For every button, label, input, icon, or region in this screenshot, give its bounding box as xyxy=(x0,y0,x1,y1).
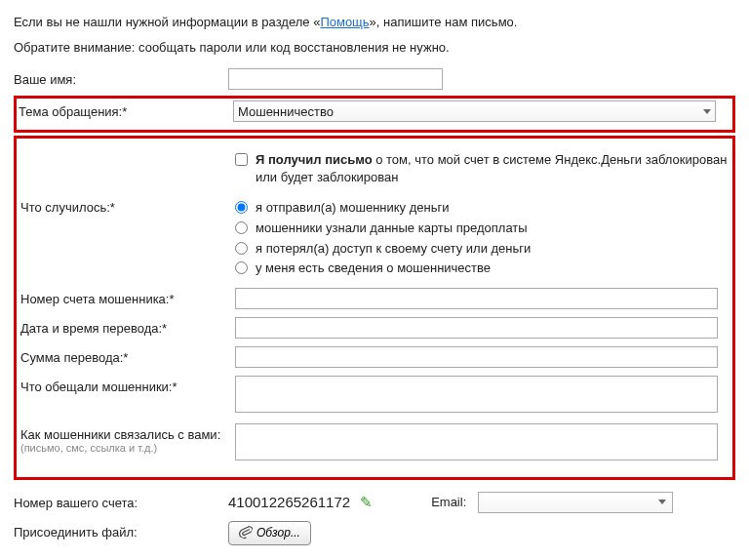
transfer-amount-input[interactable] xyxy=(235,346,718,368)
blocked-letter-checkbox[interactable] xyxy=(235,153,248,166)
label-attach: Присоединить файл: xyxy=(14,521,228,540)
radio-lost-access-label: я потерял(а) доступ к своему счету или д… xyxy=(256,240,531,258)
label-how-contacted: Как мошенники связались с вами: (письмо,… xyxy=(20,423,235,454)
label-email: Email: xyxy=(431,495,466,509)
radio-lost-access[interactable] xyxy=(235,242,248,255)
subject-select[interactable]: Мошенничество xyxy=(233,100,716,122)
radio-have-info-label: у меня есть сведения о мошенничестве xyxy=(256,260,491,277)
radio-sent-money-label: я отправил(а) мошеннику деньги xyxy=(256,199,449,217)
subject-highlight-box: Тема обращения:* Мошенничество xyxy=(14,96,735,133)
label-name: Ваше имя: xyxy=(14,68,228,87)
browse-button-label: Обзор... xyxy=(256,526,300,540)
radio-card-data-label: мошенники узнали данные карты предоплаты xyxy=(256,220,528,237)
how-contacted-textarea[interactable] xyxy=(235,423,718,460)
account-number-value: 410012265261172 xyxy=(228,494,350,510)
label-your-account: Номер вашего счета: xyxy=(14,492,228,510)
intro-line-2: Обратите внимание: сообщать пароли или к… xyxy=(14,39,735,57)
label-scammer-account: Номер счета мошенника:* xyxy=(20,288,235,306)
scammer-account-input[interactable] xyxy=(235,288,718,309)
chevron-down-icon xyxy=(658,500,666,504)
label-how-contacted-sub: (письмо, смс, ссылка и т.д.) xyxy=(20,442,235,454)
radio-card-data[interactable] xyxy=(235,221,248,234)
subject-value: Мошенничество xyxy=(238,104,334,119)
what-promised-textarea[interactable] xyxy=(235,376,718,413)
paperclip-icon xyxy=(236,523,253,542)
label-transfer-datetime: Дата и время перевода:* xyxy=(20,317,235,336)
edit-account-icon[interactable]: ✎ xyxy=(360,494,373,511)
name-input[interactable] xyxy=(228,68,443,90)
label-what-promised: Что обещали мошенники:* xyxy=(20,376,235,394)
blocked-letter-label: Я получил письмо о том, что мой счет в с… xyxy=(256,151,729,185)
label-subject: Тема обращения:* xyxy=(19,100,233,119)
chevron-down-icon xyxy=(703,109,711,114)
label-what-happened: Что случилось:* xyxy=(20,196,235,215)
email-select[interactable] xyxy=(478,492,673,513)
label-transfer-amount: Сумма перевода:* xyxy=(20,346,235,365)
help-link[interactable]: Помощь xyxy=(320,15,369,29)
browse-button[interactable]: Обзор... xyxy=(228,521,311,545)
radio-have-info[interactable] xyxy=(235,261,248,274)
intro-line-1: Если вы не нашли нужной информации в раз… xyxy=(14,14,735,31)
transfer-datetime-input[interactable] xyxy=(235,317,718,339)
radio-sent-money[interactable] xyxy=(235,201,248,214)
fraud-details-highlight-box: Я получил письмо о том, что мой счет в с… xyxy=(14,136,735,479)
